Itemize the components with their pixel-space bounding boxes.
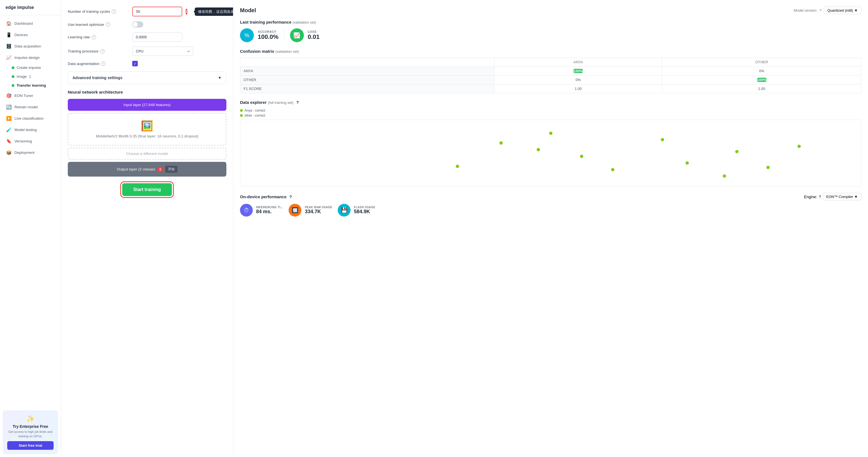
accuracy-icon: % (240, 28, 254, 42)
sidebar-item-model-testing[interactable]: 🧪 Model testing (2, 124, 59, 135)
scatter-dot (685, 161, 689, 165)
confusion-cell-f1-anya: 1.00 (494, 85, 662, 93)
advanced-settings-chevron-icon: ▼ (218, 75, 222, 80)
confusion-col-anya: ANYA (494, 58, 662, 67)
confusion-cell-anya-other: 0% (662, 67, 861, 75)
step-2-badge: 2 (186, 9, 187, 15)
flash-icon: 💾 (338, 204, 350, 217)
choose-different-model-button[interactable]: Choose a different model (68, 148, 226, 160)
data-explorer-legend: Anya - correct other - correct (240, 108, 861, 118)
scatter-dot (537, 148, 540, 151)
loss-card: 📈 LOSS 0.01 (290, 28, 320, 42)
training-cycles-help-icon[interactable]: ? (112, 9, 116, 14)
sidebar-item-image[interactable]: Image 1 (2, 72, 59, 81)
training-cycles-label: Number of training cycles ? (68, 9, 129, 14)
legend-label-anya: Anya - correct (244, 108, 265, 112)
enterprise-icon: ✨ (7, 415, 54, 423)
deployment-icon: 📦 (6, 150, 12, 155)
model-version-selector[interactable]: Quantized (int8) ▼ (824, 7, 861, 14)
confusion-matrix-section: Confusion matrix (validation set) ANYA O… (240, 49, 861, 93)
sidebar-item-dashboard[interactable]: 🏠 Dashboard (2, 18, 59, 29)
enterprise-title: Try Enterprise Free (7, 424, 54, 429)
sidebar-item-retrain-model[interactable]: 🔄 Retrain model (2, 101, 59, 112)
data-augmentation-checkbox[interactable]: ✓ (132, 61, 138, 66)
sidebar-item-versioning[interactable]: 🔖 Versioning (2, 135, 59, 146)
loss-icon: 📈 (290, 28, 304, 42)
confusion-cell-f1-other: 1.00 (662, 85, 861, 93)
legend-dot-other (240, 114, 243, 117)
data-augmentation-row: Data augmentation ? ✓ (68, 61, 226, 66)
sidebar-item-label: Impulse design (14, 56, 40, 60)
nn-architecture-title: Neural network architecture (68, 90, 226, 94)
sidebar-item-label: EON Tuner (14, 94, 33, 98)
inferencing-card: ⏱ INFERENCING TI... 84 ms. (240, 204, 283, 217)
augmentation-help-icon[interactable]: ? (101, 61, 105, 66)
dot-icon (12, 75, 14, 78)
model-version-help-icon[interactable]: ? (819, 8, 822, 12)
accuracy-label: ACCURACY (258, 30, 279, 33)
learned-optimizer-label: Use learned optimizer ? (68, 22, 129, 27)
results-panel: Model Model version: ? Quantized (int8) … (233, 0, 868, 457)
data-icon: 🗄️ (6, 43, 12, 49)
confusion-row-anya: ANYA 100% 0% (240, 67, 861, 75)
start-training-button[interactable]: Start training (122, 183, 172, 196)
sidebar-item-deployment[interactable]: 📦 Deployment (2, 147, 59, 158)
data-explorer-section: Data explorer (full training set) ? Anya… (240, 100, 861, 186)
testing-icon: 🧪 (6, 127, 12, 132)
engine-help-icon[interactable]: ? (819, 195, 821, 199)
image-badge: 1 (29, 74, 31, 78)
scatter-dot (735, 150, 739, 153)
confusion-col-other: OTHER (662, 58, 861, 67)
dot-icon (12, 84, 14, 87)
scatter-dot (661, 138, 664, 141)
training-processor-row: Training processor ? CPU GPU (68, 47, 226, 56)
advanced-settings-toggle[interactable]: Advanced training settings ▼ (68, 71, 226, 84)
sidebar-item-data-acquisition[interactable]: 🗄️ Data acquisition (2, 40, 59, 52)
sidebar-item-create-impulse[interactable]: Create impulse (2, 63, 59, 72)
sidebar-item-label: Data acquisition (14, 44, 41, 48)
sidebar-item-transfer-learning[interactable]: Transfer learning (2, 81, 59, 90)
row-label-f1: F1 SCORE (240, 85, 494, 93)
learning-rate-row: Learning rate ? (68, 32, 226, 42)
sidebar-item-devices[interactable]: 📱 Devices (2, 29, 59, 40)
scatter-dot (723, 174, 726, 178)
learning-rate-input[interactable] (132, 32, 182, 42)
training-processor-select[interactable]: CPU GPU (132, 47, 193, 56)
sidebar-item-live-classification[interactable]: ▶️ Live classification (2, 113, 59, 124)
processor-help-icon[interactable]: ? (100, 49, 105, 54)
sidebar-item-eon-tuner[interactable]: 🎯 EON Tuner (2, 90, 59, 101)
sidebar-item-label: Model testing (14, 128, 37, 132)
loss-value: 0.01 (308, 33, 320, 40)
data-augmentation-label: Data augmentation ? (68, 61, 129, 66)
sidebar-item-label: Versioning (14, 139, 32, 143)
confusion-row-f1: F1 SCORE 1.00 1.00 (240, 85, 861, 93)
optimizer-toggle[interactable] (132, 21, 143, 28)
output-layer: Output layer (2 classes 3 开始 (68, 162, 226, 176)
engine-select-button[interactable]: EON™ Compiler ▼ (823, 193, 861, 200)
main-content: Number of training cycles ? 2 修改轮数，这边我改成… (61, 0, 868, 457)
row-label-anya: ANYA (240, 67, 494, 75)
sidebar-item-impulse-design[interactable]: 📈 Impulse design (2, 52, 59, 63)
sidebar-item-label: Create impulse (17, 66, 41, 70)
data-explorer-help-icon[interactable]: ? (297, 100, 299, 105)
training-cycles-input[interactable] (132, 7, 182, 17)
model-label: MobileNetV2 96x96 0.35 (final layer: 16 … (96, 134, 198, 138)
sidebar: edge impulse 🏠 Dashboard 📱 Devices 🗄️ Da… (0, 0, 61, 457)
impulse-icon: 📈 (6, 55, 12, 60)
training-processor-label: Training processor ? (68, 49, 129, 54)
retrain-icon: 🔄 (6, 104, 12, 110)
sidebar-item-label: Dashboard (14, 21, 33, 26)
device-performance-cards: ⏱ INFERENCING TI... 84 ms. 🔲 PEAK RAM US… (240, 204, 861, 217)
start-free-trial-button[interactable]: Start free trial (7, 441, 54, 450)
row-label-other: OTHER (240, 75, 494, 85)
config-panel: Number of training cycles ? 2 修改轮数，这边我改成… (61, 0, 233, 457)
on-device-title: On-device performance ? (240, 194, 292, 199)
confusion-cell-other-anya: 0% (494, 75, 662, 85)
confusion-cell-other-other: 100% (662, 75, 861, 85)
on-device-help-icon[interactable]: ? (289, 194, 292, 199)
optimizer-help-icon[interactable]: ? (106, 22, 110, 27)
scatter-plot (240, 120, 861, 186)
scatter-dot (766, 166, 770, 169)
learning-rate-help-icon[interactable]: ? (92, 35, 96, 39)
legend-label-other: other - correct (244, 113, 265, 118)
